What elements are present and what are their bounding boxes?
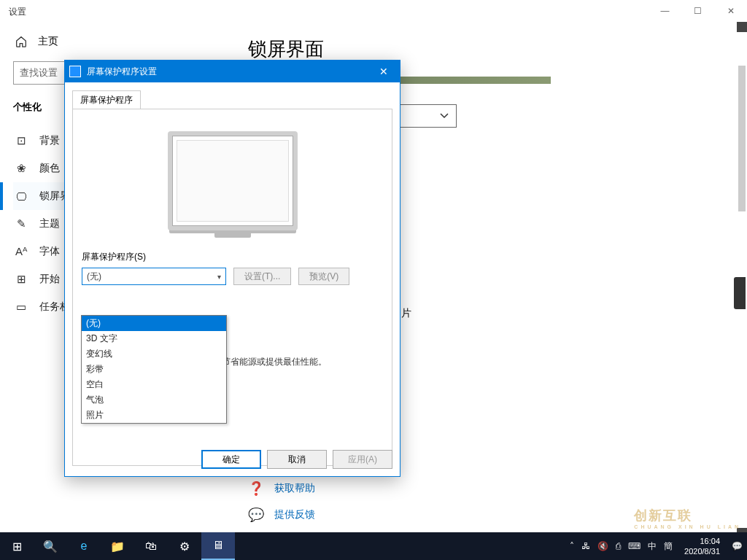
minimize-button[interactable]: —	[649, 0, 681, 22]
monitor-preview	[168, 131, 298, 230]
explorer-icon[interactable]: 📁	[101, 532, 134, 560]
dropdown-option[interactable]: 彩带	[82, 362, 226, 377]
tab-screensaver[interactable]: 屏幕保护程序	[72, 90, 141, 109]
sidebar-icon: ⊡	[15, 134, 28, 147]
taskbar: ⊞ 🔍 e 📁 🛍 ⚙ 🖥 ˄ 🖧 🔇 ⎙ ⌨ 中 簡 16:04 2020/8…	[0, 532, 747, 560]
sidebar-item-label: 字体	[39, 245, 60, 258]
dropdown-option[interactable]: 照片	[82, 408, 226, 423]
cancel-button[interactable]: 取消	[267, 450, 327, 469]
get-help-link[interactable]: ❓ 获取帮助	[248, 481, 732, 497]
ime-simp-icon[interactable]: 簡	[664, 540, 673, 553]
apply-button[interactable]: 应用(A)	[333, 450, 392, 469]
dialog-icon	[69, 66, 81, 77]
sidebar-item-label: 主题	[39, 217, 60, 230]
screensaver-combobox[interactable]: (无) ▾	[82, 268, 226, 285]
preview-area	[82, 118, 383, 251]
store-icon[interactable]: 🛍	[134, 532, 168, 560]
screensaver-group-label: 屏幕保护程序(S)	[82, 251, 383, 263]
feedback-icon: 💬	[248, 507, 264, 523]
search-button[interactable]: 🔍	[34, 532, 67, 560]
search-placeholder: 查找设置	[20, 66, 58, 79]
sidebar-icon: ▭	[15, 300, 28, 314]
chevron-down-icon: ▾	[217, 273, 221, 281]
maximize-button[interactable]: ☐	[681, 0, 714, 22]
dialog-title: 屏幕保护程序设置	[87, 66, 157, 78]
notifications-icon[interactable]: 💬	[732, 541, 743, 551]
dropdown-option[interactable]: 气泡	[82, 392, 226, 408]
scrollbar-thumb[interactable]	[738, 66, 746, 211]
dropdown-option[interactable]: 空白	[82, 377, 226, 392]
window-sysbuttons: — ☐ ✕	[649, 0, 747, 22]
sidebar-icon: 🖵	[15, 190, 28, 203]
watermark-text: 创新互联	[634, 508, 692, 523]
clock-time: 16:04	[684, 536, 720, 546]
dropdown-option[interactable]: 3D 文字	[82, 331, 226, 346]
volume-icon[interactable]: 🔇	[597, 541, 608, 551]
home-nav[interactable]: 主页	[13, 29, 206, 61]
sidebar-item-label: 开始	[39, 273, 60, 286]
settings-button[interactable]: 设置(T)...	[233, 268, 291, 285]
dialog-close-button[interactable]: ✕	[368, 61, 400, 82]
ime-zh-icon[interactable]: 中	[648, 540, 657, 553]
dialog-actions: 确定 取消 应用(A)	[201, 450, 392, 469]
help-icon: ❓	[248, 481, 264, 497]
screensaver-dropdown[interactable]: (无)3D 文字变幻线彩带空白气泡照片	[81, 315, 227, 424]
page-title: 锁屏界面	[248, 36, 732, 62]
dropdown-option[interactable]: 变幻线	[82, 346, 226, 362]
system-tray: ˄ 🖧 🔇 ⎙ ⌨ 中 簡 16:04 2020/8/31 💬	[570, 536, 747, 556]
sidebar-item-label: 颜色	[39, 162, 60, 175]
watermark-sub: CHUANG XIN HU LIAN	[634, 524, 741, 529]
dialog-titlebar[interactable]: 屏幕保护程序设置 ✕	[65, 61, 400, 82]
combobox-value: (无)	[87, 271, 101, 283]
settings-icon[interactable]: ⚙	[168, 532, 201, 560]
edge-icon[interactable]: e	[67, 532, 101, 560]
sidebar-icon: ✎	[15, 217, 28, 230]
clock-date: 2020/8/31	[684, 546, 720, 556]
start-button[interactable]: ⊞	[0, 532, 34, 560]
window-titlebar: 设置	[0, 0, 747, 23]
home-label: 主页	[38, 35, 58, 48]
taskbar-clock[interactable]: 16:04 2020/8/31	[680, 536, 724, 556]
tray-chevron-up-icon[interactable]: ˄	[570, 541, 574, 551]
network-icon[interactable]: 🖧	[581, 541, 590, 551]
scroll-up-button[interactable]	[737, 22, 747, 32]
window-title: 设置	[9, 6, 26, 18]
screensaver-taskbar-icon[interactable]: 🖥	[201, 532, 235, 560]
sidebar-item-label: 背景	[39, 134, 60, 147]
ok-button[interactable]: 确定	[201, 450, 261, 469]
close-button[interactable]: ✕	[714, 0, 747, 22]
preview-button[interactable]: 预览(V)	[298, 268, 349, 285]
home-icon	[15, 35, 28, 48]
chevron-down-icon	[440, 112, 449, 120]
keyboard-icon[interactable]: ⌨	[628, 541, 640, 551]
sidebar-icon: Aᴬ	[15, 245, 28, 258]
dropdown-option[interactable]: (无)	[82, 316, 226, 331]
sidebar-icon: ⊞	[15, 273, 28, 286]
usb-icon[interactable]: ⎙	[616, 541, 621, 551]
sidebar-icon: ❀	[15, 162, 28, 175]
feedback-label: 提供反馈	[274, 508, 315, 521]
side-handle[interactable]	[734, 277, 746, 309]
watermark: 创新互联 CHUANG XIN HU LIAN	[634, 507, 741, 529]
get-help-label: 获取帮助	[274, 482, 315, 495]
